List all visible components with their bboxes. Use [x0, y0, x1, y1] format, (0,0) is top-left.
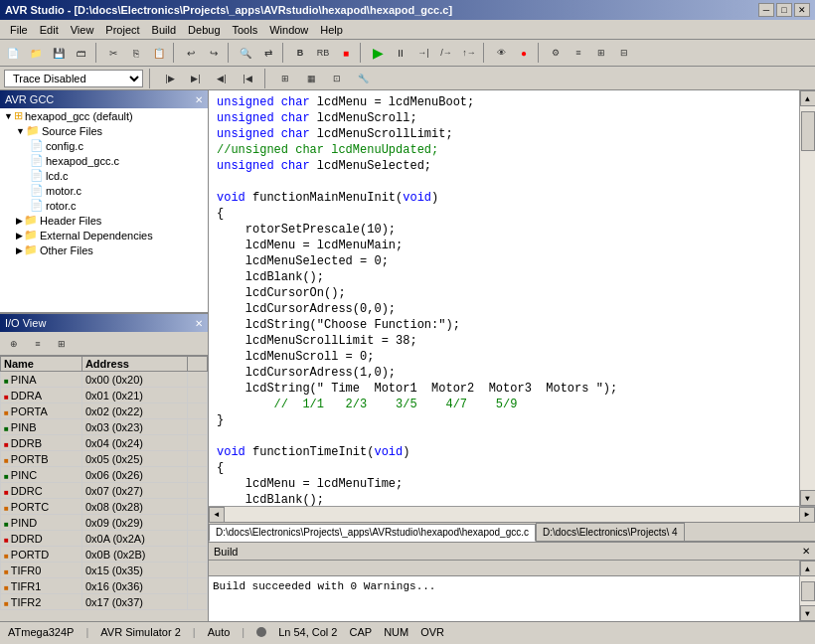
tb-extra3[interactable]: ⊟ — [613, 42, 635, 64]
menu-window[interactable]: Window — [263, 23, 314, 37]
header-expand-icon[interactable]: ▶ — [16, 216, 23, 226]
hscroll-track[interactable] — [225, 507, 799, 522]
close-button[interactable]: ✕ — [794, 3, 810, 17]
trace-btn-5[interactable]: ⊞ — [274, 68, 296, 89]
trace-btn-4[interactable]: |◀ — [237, 68, 258, 89]
io-table-row[interactable]: ■DDRD 0x0A (0x2A) — [1, 531, 208, 547]
io-table-row[interactable]: ■PORTB 0x05 (0x25) — [1, 451, 208, 467]
tree-file-motor[interactable]: 📄 motor.c — [0, 183, 208, 198]
menu-help[interactable]: Help — [314, 23, 349, 37]
trace-btn-3[interactable]: ◀| — [211, 68, 233, 89]
io-table-row[interactable]: ■PINA 0x00 (0x20) — [1, 372, 208, 388]
io-table-row[interactable]: ■TIFR2 0x17 (0x37) — [1, 594, 208, 610]
tb-extra1[interactable]: ≡ — [568, 42, 589, 64]
io-table-row[interactable]: ■TIFR1 0x16 (0x36) — [1, 578, 208, 594]
source-expand-icon[interactable]: ▼ — [16, 126, 25, 136]
io-btn-add[interactable]: ⊕ — [3, 333, 25, 355]
build-scroll-thumb[interactable] — [801, 581, 815, 601]
tree-file-hexapod[interactable]: 📄 hexapod_gcc.c — [0, 153, 208, 168]
scroll-up-btn[interactable]: ▲ — [800, 90, 816, 106]
io-table-row[interactable]: ■PINB 0x03 (0x23) — [1, 419, 208, 435]
tb-saveall[interactable]: 🗃 — [71, 42, 92, 64]
menu-project[interactable]: Project — [99, 23, 145, 37]
horizontal-scrollbar[interactable]: ◄ ► — [209, 506, 815, 522]
root-expand-icon[interactable]: ▼ — [4, 111, 13, 121]
tab-hexapod-gcc[interactable]: D:\docs\Electronics\Projects\_apps\AVRst… — [209, 524, 536, 542]
scroll-thumb[interactable] — [801, 111, 815, 151]
io-table-row[interactable]: ■DDRA 0x01 (0x21) — [1, 388, 208, 403]
vertical-scrollbar[interactable]: ▲ ▼ — [799, 90, 815, 506]
tb-pause[interactable]: ⏸ — [390, 42, 411, 64]
io-table-row[interactable]: ■PIND 0x09 (0x29) — [1, 515, 208, 531]
tb-run[interactable]: ▶ — [367, 42, 389, 64]
io-table-row[interactable]: ■TIFR0 0x15 (0x35) — [1, 563, 208, 578]
tree-file-lcd[interactable]: 📄 lcd.c — [0, 168, 208, 183]
tb-chip[interactable]: ⚙ — [545, 42, 567, 64]
io-panel-close[interactable]: ✕ — [195, 318, 203, 329]
io-table-row[interactable]: ■PORTA 0x02 (0x22) — [1, 403, 208, 419]
tb-watch[interactable]: 👁 — [490, 42, 512, 64]
tb-undo[interactable]: ↩ — [180, 42, 202, 64]
tb-build[interactable]: B — [289, 42, 311, 64]
tb-paste[interactable]: 📋 — [148, 42, 170, 64]
tree-source-files[interactable]: ▼ 📁 Source Files — [0, 123, 208, 138]
io-table-row[interactable]: ■PINC 0x06 (0x26) — [1, 467, 208, 483]
other-expand-icon[interactable]: ▶ — [16, 245, 23, 255]
code-content[interactable]: unsigned char lcdMenu = lcdMenuBoot; uns… — [209, 90, 799, 506]
tb-redo[interactable]: ↪ — [203, 42, 225, 64]
io-btn-list[interactable]: ≡ — [27, 333, 49, 355]
maximize-button[interactable]: □ — [776, 3, 792, 17]
menu-file[interactable]: File — [4, 23, 34, 37]
build-close[interactable]: ✕ — [802, 546, 810, 557]
build-scroll-down[interactable]: ▼ — [800, 605, 816, 621]
tb-copy[interactable]: ⎘ — [125, 42, 147, 64]
trace-btn-2[interactable]: ▶| — [185, 68, 207, 89]
tb-extra2[interactable]: ⊞ — [590, 42, 612, 64]
tree-root[interactable]: ▼ ⊞ hexapod_gcc (default) — [0, 108, 208, 123]
tb-replace[interactable]: ⇄ — [257, 42, 279, 64]
tree-file-rotor[interactable]: 📄 rotor.c — [0, 198, 208, 213]
hscroll-left-btn[interactable]: ◄ — [209, 507, 225, 523]
hscroll-right-btn[interactable]: ► — [799, 507, 815, 523]
tb-new[interactable]: 📄 — [2, 42, 24, 64]
menu-build[interactable]: Build — [146, 23, 182, 37]
io-btn-grid[interactable]: ⊞ — [51, 333, 73, 355]
io-table-row[interactable]: ■DDRC 0x07 (0x27) — [1, 483, 208, 499]
tree-header-files[interactable]: ▶ 📁 Header Files — [0, 213, 208, 228]
trace-btn-1[interactable]: |▶ — [159, 68, 181, 89]
scroll-down-btn[interactable]: ▼ — [800, 490, 816, 506]
tb-open[interactable]: 📁 — [25, 42, 47, 64]
minimize-button[interactable]: ─ — [758, 3, 774, 17]
tb-save[interactable]: 💾 — [48, 42, 70, 64]
menu-view[interactable]: View — [65, 23, 100, 37]
tb-stop[interactable]: ■ — [335, 42, 357, 64]
build-scroll-up[interactable]: ▲ — [800, 561, 816, 576]
tree-other-files[interactable]: ▶ 📁 Other Files — [0, 242, 208, 257]
tb-cut[interactable]: ✂ — [102, 42, 124, 64]
tab-second[interactable]: D:\docs\Electronics\Projects\ 4 — [536, 523, 685, 541]
tree-file-config[interactable]: 📄 config.c — [0, 138, 208, 153]
menu-debug[interactable]: Debug — [182, 23, 226, 37]
trace-btn-7[interactable]: ⊡ — [326, 68, 348, 89]
build-scroll-track[interactable] — [800, 576, 815, 605]
tb-breakpt[interactable]: ● — [513, 42, 535, 64]
io-table-row[interactable]: ■PORTC 0x08 (0x28) — [1, 499, 208, 515]
tb-rebuild[interactable]: RB — [312, 42, 334, 64]
ext-expand-icon[interactable]: ▶ — [16, 231, 23, 241]
scroll-track[interactable] — [800, 106, 815, 490]
tb-step-over[interactable]: /→ — [435, 42, 457, 64]
menu-edit[interactable]: Edit — [34, 23, 65, 37]
trace-btn-6[interactable]: ▦ — [300, 68, 322, 89]
build-scrollbar[interactable]: ▲ ▼ — [799, 561, 815, 621]
build-content: Build succeeded with 0 Warnings... — [209, 561, 799, 621]
trace-dropdown[interactable]: Trace Disabled — [4, 70, 143, 87]
tb-step-out[interactable]: ↑→ — [458, 42, 480, 64]
io-table-row[interactable]: ■PORTD 0x0B (0x2B) — [1, 547, 208, 563]
avr-gcc-close[interactable]: ✕ — [195, 94, 203, 105]
tb-step-in[interactable]: →| — [412, 42, 434, 64]
tree-external-deps[interactable]: ▶ 📁 External Dependencies — [0, 228, 208, 242]
tb-find[interactable]: 🔍 — [235, 42, 256, 64]
io-table-row[interactable]: ■DDRB 0x04 (0x24) — [1, 435, 208, 451]
trace-btn-8[interactable]: 🔧 — [352, 68, 374, 89]
menu-tools[interactable]: Tools — [227, 23, 264, 37]
